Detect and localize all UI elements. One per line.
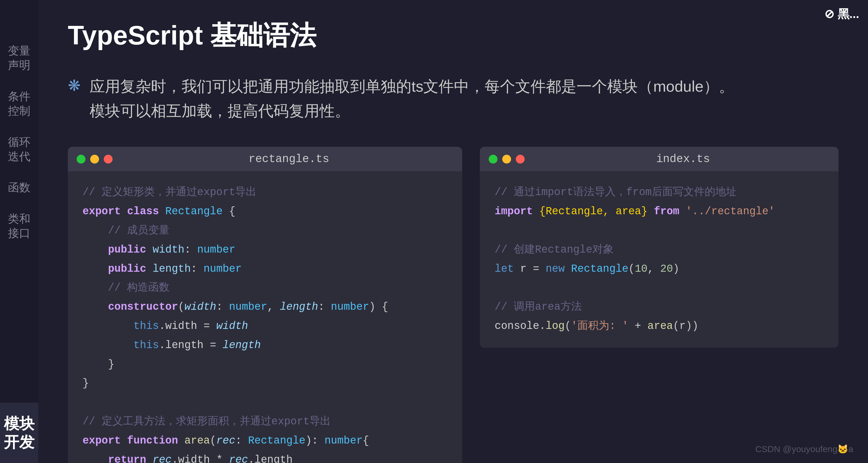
code-plain	[83, 454, 108, 463]
code-punctuation: (	[565, 320, 571, 332]
code-plain: .length	[248, 454, 293, 463]
code-type: number	[331, 301, 369, 313]
description-text: 应用复杂时，我们可以把通用功能抽取到单独的ts文件中，每个文件都是一个模块（mo…	[90, 74, 734, 123]
code-param: width	[185, 301, 216, 313]
code-comment: // 通过import语法导入，from后面写文件的地址	[495, 186, 737, 198]
code-keyword: public	[108, 244, 152, 256]
code-keyword: export	[83, 206, 127, 217]
code-keyword: function	[127, 435, 184, 447]
code-content-index: // 通过import语法导入，from后面写文件的地址 import {Rec…	[480, 171, 839, 347]
sidebar-item-classes[interactable]: 类和接口	[0, 203, 38, 249]
code-punctuation: ) {	[369, 301, 388, 313]
code-plain: .length =	[159, 339, 222, 351]
watermark: CSDN @youyoufeng🐱a	[755, 444, 853, 454]
code-line	[495, 278, 824, 298]
code-punctuation: (	[178, 301, 185, 313]
code-param: rec	[153, 454, 172, 463]
code-punctuation: (	[628, 263, 635, 275]
code-keyword: public	[108, 263, 152, 275]
code-plain: .width *	[172, 454, 229, 463]
code-windows: rectangle.ts // 定义矩形类，并通过export导出 export…	[68, 147, 839, 463]
code-this: this	[133, 320, 159, 332]
code-classname: Rectangle	[165, 206, 229, 217]
code-line: // 定义工具方法，求矩形面积，并通过export导出	[83, 412, 447, 431]
btn-yellow-rectangle[interactable]	[90, 155, 99, 163]
code-keyword: new	[546, 263, 571, 275]
code-line: // 构造函数	[83, 278, 447, 298]
code-plain	[83, 359, 108, 370]
titlebar-rectangle: rectangle.ts	[68, 147, 462, 171]
code-plain: +	[628, 320, 648, 332]
code-plain	[679, 206, 686, 217]
code-plain: :	[191, 263, 204, 275]
code-punctuation: }	[83, 377, 89, 389]
code-line: console.log('面积为: ' + area(r))	[495, 317, 824, 336]
code-number: 20	[660, 263, 673, 275]
code-line: // 调用area方法	[495, 298, 824, 317]
logo-area: ⊘ 黑...	[825, 6, 859, 22]
code-keyword: return	[108, 454, 152, 463]
code-keyword: class	[127, 206, 165, 217]
code-line: // 创建Rectangle对象	[495, 241, 824, 260]
code-type: number	[324, 435, 363, 447]
code-line: let r = new Rectangle(10, 20)	[495, 260, 824, 279]
code-type: number	[229, 301, 267, 313]
logo-icon: ⊘ 黑...	[825, 7, 859, 20]
btn-green-rectangle[interactable]	[76, 155, 86, 163]
code-comment: // 成员变量	[83, 224, 169, 237]
code-plain: ,	[648, 263, 660, 275]
code-line: // 定义矩形类，并通过export导出	[83, 183, 447, 202]
code-keyword: import	[495, 206, 539, 217]
code-line: }	[83, 355, 447, 374]
filename-index: index.ts	[536, 153, 830, 165]
btn-red-rectangle[interactable]	[104, 155, 113, 163]
code-param: width	[216, 320, 248, 332]
sidebar-item-functions[interactable]: 函数	[0, 172, 38, 203]
code-line: // 成员变量	[83, 221, 447, 241]
code-type: Rectangle	[248, 435, 305, 447]
bullet-icon: ❋	[68, 76, 81, 94]
code-punctuation: {	[229, 206, 236, 217]
code-param: length	[222, 339, 261, 351]
code-keyword: export	[83, 435, 127, 447]
code-window-rectangle: rectangle.ts // 定义矩形类，并通过export导出 export…	[68, 147, 462, 463]
sidebar-item-loops[interactable]: 循环迭代	[0, 127, 38, 173]
code-line: export function area(rec: Rectangle): nu…	[83, 431, 447, 451]
code-plain: :	[216, 301, 229, 313]
code-keyword: let	[495, 263, 520, 275]
code-type: number	[204, 263, 242, 275]
code-line	[83, 393, 447, 412]
code-plain	[83, 339, 133, 351]
code-plain: ):	[305, 435, 324, 447]
code-punctuation: )	[673, 263, 679, 275]
code-comment: // 定义矩形类，并通过export导出	[83, 186, 256, 198]
code-method: log	[546, 320, 565, 332]
code-line: import {Rectangle, area} from '../rectan…	[495, 202, 824, 221]
code-punctuation: {	[363, 435, 369, 447]
btn-yellow-index[interactable]	[502, 155, 511, 163]
btn-red-index[interactable]	[516, 155, 525, 163]
code-plain	[648, 206, 654, 217]
code-param: rec	[229, 454, 248, 463]
btn-green-index[interactable]	[489, 155, 497, 163]
page-title: TypeScript 基础语法	[68, 18, 839, 54]
window-controls-rectangle	[76, 155, 113, 163]
code-line: export class Rectangle {	[83, 202, 447, 221]
code-function: area	[185, 435, 210, 447]
code-function: area	[648, 320, 673, 332]
code-string: '../rectangle'	[686, 206, 775, 217]
sidebar-item-conditions[interactable]: 条件控制	[0, 81, 38, 127]
code-keyword: constructor	[108, 301, 178, 313]
code-property: length	[153, 263, 191, 275]
sidebar: 变量声明 条件控制 循环迭代 函数 类和接口 模块开发	[0, 0, 38, 463]
code-line	[495, 221, 824, 241]
code-param: rec	[216, 435, 236, 447]
code-property: width	[153, 244, 185, 256]
code-plain	[83, 320, 133, 332]
sidebar-item-variables[interactable]: 变量声明	[0, 35, 38, 81]
code-punctuation: }	[108, 359, 114, 370]
sidebar-item-modules[interactable]: 模块开发	[0, 403, 38, 463]
code-punctuation: (	[210, 435, 216, 447]
code-line: public width: number	[83, 241, 447, 260]
code-braces: {Rectangle, area}	[539, 206, 648, 217]
